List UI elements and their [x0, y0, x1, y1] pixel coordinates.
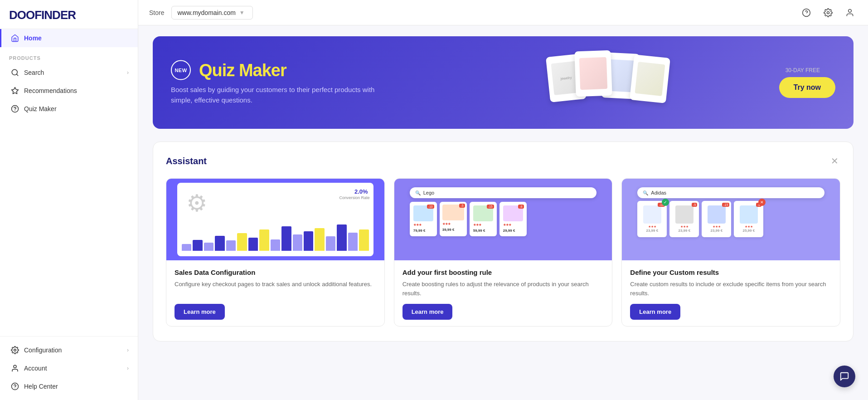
sale-badge-4: -8 — [518, 205, 524, 209]
sidebar-search-label: Search — [24, 69, 44, 76]
chart-mock: ⚙ 2.0% Conversion Rate — [177, 183, 373, 256]
custom-result-4: -8 ★★★ 25,99 € ✕ — [734, 201, 763, 237]
quiz-icon — [10, 104, 19, 113]
search-mock: 🔍 Lego ★★★ 79,99 € -10 — [405, 183, 601, 256]
custom-search-text: Adidas — [651, 190, 666, 195]
svg-point-12 — [849, 9, 852, 12]
assistant-card-sales-data: ⚙ 2.0% Conversion Rate — [166, 178, 385, 327]
page-content: NEW Quiz Maker Boost sales by guiding yo… — [138, 25, 868, 400]
user-topbar-button[interactable] — [843, 5, 857, 20]
conversion-label: Conversion Rate — [339, 195, 370, 200]
assistant-card-boosting-rule: 🔍 Lego ★★★ 79,99 € -10 — [394, 178, 613, 327]
result-sale-badge-2: -5 — [692, 203, 697, 207]
svg-point-5 — [14, 349, 16, 351]
dropdown-arrow-icon: ▼ — [239, 10, 245, 16]
sidebar-item-search[interactable]: Search › — [0, 63, 138, 82]
conversion-rate: 2.0% — [354, 188, 368, 195]
store-selector[interactable]: www.mydomain.com ▼ — [171, 6, 253, 20]
boosting-rule-desc: Create boosting rules to adjust the rele… — [402, 280, 604, 298]
sidebar-item-home[interactable]: Home — [0, 29, 138, 47]
gear-illustration-icon: ⚙ — [186, 190, 208, 217]
custom-results-desc: Create custom results to include or excl… — [630, 280, 832, 298]
main-content: Store www.mydomain.com ▼ — [138, 0, 868, 400]
brand-logo: DOOFINDER — [9, 8, 129, 22]
sidebar-item-configuration[interactable]: Configuration › — [0, 341, 138, 359]
sale-badge-3: -15 — [487, 205, 494, 209]
assistant-card-custom-results: 🔍 Adidas -10 ★★★ 23,99 € ✓ — [621, 178, 840, 327]
custom-results-learn-more-button[interactable]: Learn more — [630, 304, 680, 320]
sidebar: DOOFINDER Home PRODUCTS Search › Recomme… — [0, 0, 138, 400]
settings-topbar-button[interactable] — [821, 5, 835, 20]
custom-result-row: -10 ★★★ 23,99 € ✓ -5 ★★★ — [637, 201, 824, 237]
custom-search-icon: 🔍 — [643, 190, 648, 195]
account-icon — [10, 364, 19, 373]
sidebar-item-help-center[interactable]: Help Center — [0, 377, 138, 395]
banner-subtitle: Boost sales by guiding your customers to… — [171, 85, 379, 105]
sales-data-body: Sales Data Configuration Configure key c… — [166, 260, 384, 326]
boosting-rule-illustration: 🔍 Lego ★★★ 79,99 € -10 — [394, 179, 612, 260]
new-badge: NEW — [171, 60, 191, 80]
help-icon — [10, 382, 19, 391]
topbar: Store www.mydomain.com ▼ — [138, 0, 868, 25]
quiz-maker-banner: NEW Quiz Maker Boost sales by guiding yo… — [153, 36, 853, 129]
banner-title: Quiz Maker — [199, 60, 286, 80]
search-icon — [10, 68, 19, 77]
custom-result-1: -10 ★★★ 23,99 € ✓ — [637, 201, 667, 237]
search-bar-mock: 🔍 Lego — [410, 187, 597, 198]
mock-product-card-4 — [630, 54, 670, 103]
product-card-mock-4: ★★★ 29,99 € -8 — [499, 202, 527, 236]
recommendations-icon — [10, 86, 19, 95]
assistant-cards-grid: ⚙ 2.0% Conversion Rate — [166, 178, 840, 327]
chevron-right-icon: › — [127, 347, 129, 353]
svg-point-6 — [14, 365, 16, 368]
banner-cta-area: 30-DAY FREE Try now — [770, 67, 835, 98]
assistant-close-button[interactable]: ✕ — [829, 155, 840, 167]
sidebar-help-label: Help Center — [24, 383, 58, 390]
configuration-icon — [10, 346, 19, 355]
help-topbar-button[interactable] — [799, 5, 814, 20]
sale-badge-2: -5 — [459, 204, 465, 208]
custom-search-bar-mock: 🔍 Adidas — [637, 187, 824, 198]
boosting-rule-learn-more-button[interactable]: Learn more — [402, 304, 453, 320]
sidebar-item-account[interactable]: Account › — [0, 359, 138, 377]
sales-data-desc: Configure key checkout pages to track sa… — [175, 280, 376, 298]
sidebar-item-quiz-maker[interactable]: Quiz Maker — [0, 100, 138, 118]
sidebar-home-label: Home — [24, 34, 42, 42]
svg-line-1 — [16, 74, 18, 75]
custom-results-illustration: 🔍 Adidas -10 ★★★ 23,99 € ✓ — [622, 179, 840, 260]
search-mock-text: Lego — [423, 190, 434, 195]
boosting-rule-title: Add your first boosting rule — [402, 268, 604, 276]
sales-data-title: Sales Data Configuration — [175, 268, 376, 276]
result-sale-badge-3: -15 — [722, 203, 729, 207]
boosting-rule-body: Add your first boosting rule Create boos… — [394, 260, 612, 326]
chat-support-button[interactable] — [834, 366, 855, 387]
sidebar-bottom: Configuration › Account › Help Center — [0, 336, 138, 400]
mock-product-card-2 — [574, 50, 612, 97]
logo-area: DOOFINDER — [0, 0, 138, 29]
product-cards-mock: ★★★ 79,99 € -10 ★★★ 39,99 € -5 — [410, 202, 597, 236]
try-now-button[interactable]: Try now — [779, 77, 835, 98]
products-section-label: PRODUCTS — [0, 47, 138, 63]
svg-point-11 — [827, 11, 829, 14]
custom-results-title: Define your Custom results — [630, 268, 832, 276]
trial-text: 30-DAY FREE — [786, 67, 820, 73]
x-badge-icon: ✕ — [758, 199, 766, 206]
chevron-right-icon: › — [127, 69, 129, 76]
sidebar-quiz-maker-label: Quiz Maker — [24, 105, 57, 112]
product-card-mock-2: ★★★ 39,99 € -5 — [440, 202, 467, 236]
sales-data-learn-more-button[interactable]: Learn more — [175, 304, 225, 320]
sales-data-illustration: ⚙ 2.0% Conversion Rate — [166, 179, 384, 260]
sidebar-item-recommendations[interactable]: Recommendations — [0, 82, 138, 100]
search-mock-icon: 🔍 — [415, 190, 421, 195]
sidebar-recommendations-label: Recommendations — [24, 87, 77, 94]
custom-result-2: -5 ★★★ 23,99 € — [669, 201, 699, 237]
sidebar-account-label: Account — [24, 365, 47, 372]
banner-image: jewelry — [548, 51, 679, 114]
topbar-actions — [799, 5, 857, 20]
assistant-header: Assistant ✕ — [166, 155, 840, 167]
home-icon — [10, 34, 19, 43]
chevron-right-icon: › — [127, 365, 129, 371]
sale-badge: -10 — [427, 205, 434, 209]
assistant-title: Assistant — [166, 156, 207, 166]
custom-results-mock: 🔍 Adidas -10 ★★★ 23,99 € ✓ — [633, 183, 829, 256]
